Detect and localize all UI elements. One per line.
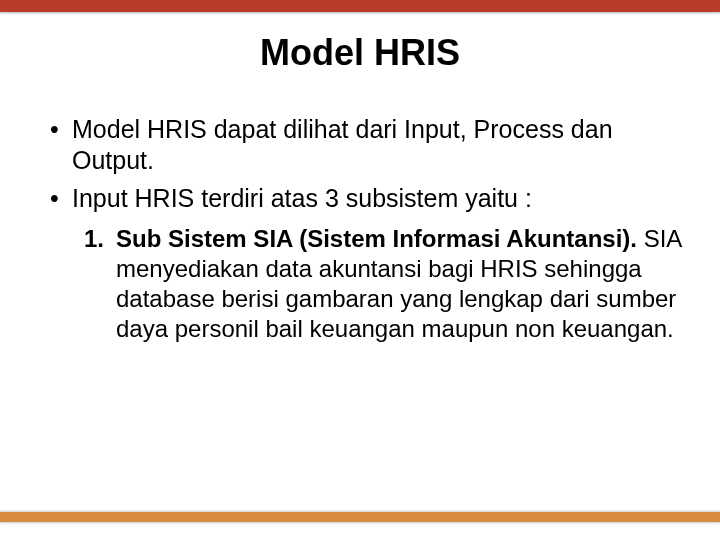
top-accent-bar [0,0,720,12]
bullet-list: Model HRIS dapat dilihat dari Input, Pro… [36,114,684,214]
slide-content: Model HRIS Model HRIS dapat dilihat dari… [0,32,720,344]
numbered-item: Sub Sistem SIA (Sistem Informasi Akuntan… [84,224,684,344]
numbered-item-title: Sub Sistem SIA (Sistem Informasi Akuntan… [116,225,637,252]
bullet-item: Model HRIS dapat dilihat dari Input, Pro… [44,114,684,177]
slide-title: Model HRIS [36,32,684,74]
bullet-item: Input HRIS terdiri atas 3 subsistem yait… [44,183,684,214]
bottom-accent-bar [0,512,720,522]
numbered-list: Sub Sistem SIA (Sistem Informasi Akuntan… [36,224,684,344]
